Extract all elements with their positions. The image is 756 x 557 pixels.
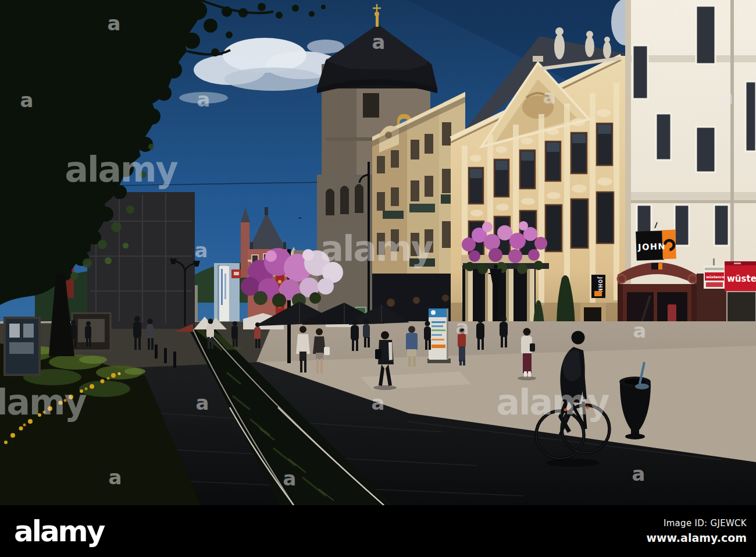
- highrise-banner: [219, 266, 229, 322]
- svg-text:alamy: alamy: [320, 228, 433, 269]
- alamy-logo: alamy: [0, 517, 104, 546]
- wustenrot-label: wüstenrot: [727, 274, 756, 284]
- svg-text:a: a: [372, 30, 386, 54]
- alamy-watermark-bar: alamy Image ID: GJEWCK www.alamy.com: [0, 505, 756, 557]
- svg-text:alamy: alamy: [65, 149, 178, 190]
- svg-text:a: a: [456, 315, 469, 339]
- wustenrot-sign: wüstenrot: [725, 261, 756, 292]
- john-vertical-orange: [594, 291, 602, 296]
- svg-text:a: a: [283, 467, 297, 490]
- svg-text:a: a: [196, 391, 209, 414]
- svg-text:a: a: [721, 85, 734, 108]
- alamy-url-text: www.alamy.com: [646, 531, 747, 544]
- svg-text:alamy: alamy: [496, 382, 609, 423]
- svg-text:a: a: [197, 88, 211, 111]
- wustenrot-small-label: wüstenrot: [706, 275, 726, 279]
- svg-text:a: a: [633, 319, 647, 342]
- svg-text:alamy: alamy: [0, 382, 87, 423]
- alamy-stock-photo-page: JOHN JOHN: [0, 0, 756, 557]
- svg-text:a: a: [372, 391, 385, 414]
- svg-text:a: a: [109, 466, 122, 489]
- svg-text:a: a: [632, 462, 646, 485]
- john-label: JOHN: [637, 242, 666, 252]
- street-photo: JOHN JOHN: [0, 0, 756, 505]
- john-vertical-label: JOHN: [597, 276, 602, 293]
- svg-text:a: a: [108, 12, 121, 35]
- svg-text:a: a: [20, 88, 34, 112]
- svg-text:a: a: [543, 85, 557, 108]
- svg-text:a: a: [195, 239, 208, 262]
- info-board: [5, 318, 40, 375]
- image-id-text: Image ID: GJEWCK: [646, 518, 747, 528]
